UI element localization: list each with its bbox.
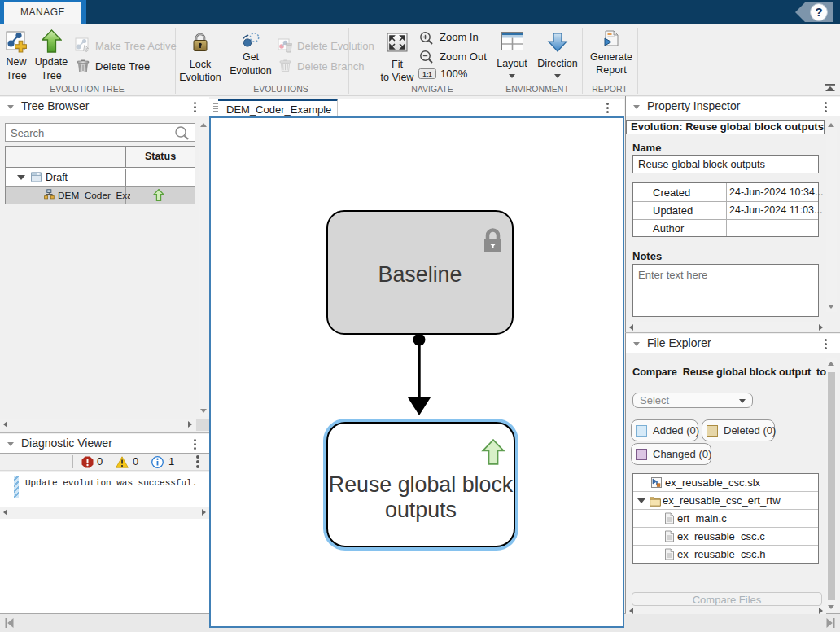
svg-text:1:1: 1:1 (422, 71, 432, 78)
svg-text:?: ? (815, 5, 822, 19)
